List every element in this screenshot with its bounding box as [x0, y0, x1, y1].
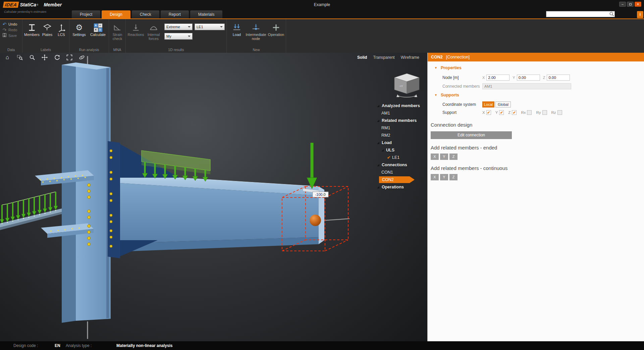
support-rx-checkbox[interactable]: [527, 110, 532, 115]
support-z-checkbox[interactable]: [512, 110, 517, 115]
settings-button[interactable]: ⚙ Settings: [70, 23, 88, 37]
extreme-select[interactable]: Extreme: [164, 24, 193, 30]
connected-members-label: Connected members: [442, 84, 482, 89]
node-sphere[interactable]: [310, 215, 321, 226]
plates-icon: [43, 23, 52, 33]
tab-project[interactable]: Project: [72, 10, 100, 18]
internal-forces-button[interactable]: Internal forces: [145, 23, 162, 41]
zoom-icon[interactable]: [29, 54, 36, 61]
expander-icon[interactable]: [377, 120, 379, 122]
plates-button[interactable]: Plates: [40, 23, 54, 37]
end-plate[interactable]: [108, 141, 120, 258]
analyzed-member-am1[interactable]: [120, 174, 324, 252]
global-button[interactable]: Global: [495, 101, 511, 107]
undo-icon: ↶: [2, 22, 7, 27]
add-ended-x-button[interactable]: X: [431, 154, 439, 160]
pan-icon[interactable]: [41, 54, 48, 61]
navigation-cube[interactable]: +Y: [388, 70, 425, 98]
search-input[interactable]: [546, 12, 609, 16]
chevron-down-icon: [220, 26, 223, 29]
add-ended-y-button[interactable]: Y: [440, 154, 448, 160]
render-style-icon[interactable]: [78, 54, 85, 61]
tab-check[interactable]: Check: [132, 10, 159, 18]
undo-button[interactable]: ↶Undo: [0, 21, 22, 27]
support-rz-checkbox[interactable]: [557, 110, 562, 115]
ribbon-tabs: Project Design Check Report Materials: [72, 10, 224, 18]
lcs-button[interactable]: LCS: [55, 23, 68, 37]
maximize-button[interactable]: [627, 2, 634, 7]
local-button[interactable]: Local: [482, 101, 494, 107]
calculate-button[interactable]: +−×= Calculate: [88, 23, 108, 37]
operation-button[interactable]: Operation: [268, 23, 284, 37]
strain-check-button[interactable]: Strain check: [110, 23, 125, 41]
reactions-button[interactable]: Reactions: [127, 23, 144, 37]
selected-object-name: CON2: [431, 55, 443, 59]
add-continuous-z-button[interactable]: Z: [449, 174, 458, 180]
info-button[interactable]: i: [637, 11, 643, 18]
render-mode-transparent[interactable]: Transparent: [373, 55, 394, 60]
render-mode-solid[interactable]: Solid: [357, 55, 367, 60]
close-button[interactable]: ×: [635, 2, 641, 7]
expander-icon[interactable]: [377, 142, 379, 144]
lcs-icon: [57, 23, 66, 33]
edit-connection-button[interactable]: Edit connection: [431, 131, 512, 139]
tab-materials[interactable]: Materials: [190, 10, 223, 18]
save-button[interactable]: Save: [0, 33, 22, 38]
minimize-button[interactable]: –: [619, 2, 626, 7]
column-member[interactable]: [62, 62, 111, 323]
load-case-select[interactable]: LE1: [195, 24, 225, 30]
expander-icon[interactable]: [381, 149, 384, 151]
expander-icon[interactable]: [377, 164, 379, 166]
tree-item-rm1[interactable]: RM1: [373, 124, 427, 132]
tree-item-uls[interactable]: ULS: [373, 146, 427, 154]
tab-design[interactable]: Design: [102, 10, 130, 18]
operation-plus-icon: [272, 23, 280, 33]
tree-item-con1[interactable]: CON1: [373, 169, 427, 176]
members-button[interactable]: Members: [24, 23, 40, 37]
node-y-field[interactable]: [517, 75, 540, 81]
section-supports: ▼ Supports: [434, 93, 459, 97]
node-label: Node [m]: [442, 75, 482, 80]
intermediate-node-button[interactable]: Intermediate node: [245, 23, 267, 41]
add-continuous-y-button[interactable]: Y: [440, 174, 448, 180]
tree-item-rm2[interactable]: RM2: [373, 132, 427, 139]
tree-item-operations[interactable]: Operations: [373, 183, 427, 191]
3d-scene[interactable]: -100.0: [0, 53, 427, 341]
expander-icon[interactable]: [377, 105, 379, 107]
add-ended-z-button[interactable]: Z: [449, 154, 458, 160]
zoom-window-icon[interactable]: [16, 54, 23, 61]
tree-item-related-members[interactable]: Related members: [373, 117, 427, 124]
redo-button[interactable]: ↷Redo: [0, 27, 22, 33]
tree-item-am1[interactable]: AM1: [373, 110, 427, 117]
support-x-checkbox[interactable]: [486, 110, 491, 115]
tree-item-connections[interactable]: Connections: [373, 161, 427, 169]
node-x-field[interactable]: [486, 75, 509, 81]
ribbon: ↶Undo ↷Redo Save Data Members Plates LCS: [0, 19, 644, 53]
svg-text:+Y: +Y: [399, 85, 403, 88]
rotate-icon[interactable]: [54, 54, 60, 61]
collapse-icon[interactable]: ▼: [434, 93, 437, 97]
zoom-fit-icon[interactable]: [66, 54, 73, 61]
add-continuous-x-button[interactable]: X: [431, 174, 439, 180]
ribbon-group-mna: Strain check MNA: [109, 19, 126, 53]
load-button[interactable]: Load: [229, 23, 244, 37]
my-select[interactable]: My: [164, 33, 193, 40]
tree-item-load[interactable]: Load: [373, 139, 427, 146]
tree-item-analyzed-members[interactable]: Analyzed members: [373, 102, 427, 110]
tree-item-con2[interactable]: CON2: [379, 176, 415, 183]
expander-icon[interactable]: [377, 186, 379, 188]
3d-viewport[interactable]: -100.0 ⌂ Solid Transparent Wireframe: [0, 53, 427, 341]
tab-report[interactable]: Report: [161, 10, 189, 18]
internal-forces-icon: [149, 23, 158, 33]
add-continuous-buttons: X Y Z: [431, 174, 458, 180]
load-icon: [232, 23, 241, 33]
analysis-type-value: Materially non-linear analysis: [116, 341, 172, 350]
render-mode-wireframe[interactable]: Wireframe: [401, 55, 419, 60]
home-view-icon[interactable]: ⌂: [4, 54, 11, 61]
search-icon[interactable]: [609, 11, 614, 17]
collapse-icon[interactable]: ▼: [434, 66, 437, 70]
tree-item-le1[interactable]: ✔LE1: [373, 154, 427, 161]
node-z-field[interactable]: [547, 75, 570, 81]
support-y-checkbox[interactable]: [499, 110, 504, 115]
support-ry-checkbox[interactable]: [542, 110, 547, 115]
